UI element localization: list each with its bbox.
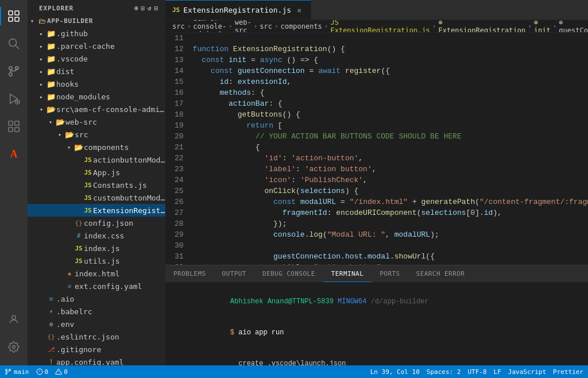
panel-tab-problems[interactable]: PROBLEMS — [165, 265, 214, 282]
svg-point-20 — [6, 373, 7, 375]
status-errors[interactable]: 0 — [36, 368, 49, 376]
svg-point-4 — [9, 39, 17, 47]
status-spaces[interactable]: Spaces: 2 — [427, 368, 461, 376]
activity-source-control[interactable] — [0, 57, 28, 85]
activity-run[interactable] — [0, 85, 28, 113]
js-icon-extensionreg: JS — [83, 207, 93, 214]
term-create-line: create .vscode\launch.json — [172, 348, 581, 365]
status-encoding[interactable]: UTF-8 — [467, 368, 486, 376]
panel-tab-debug[interactable]: DEBUG CONSOLE — [254, 265, 323, 282]
tree-item-node-modules[interactable]: ▸ 📁 node_modules — [28, 90, 165, 103]
status-warnings[interactable]: 0 — [55, 368, 68, 376]
tree-item-app-config[interactable]: ▸ ! app.config.yaml — [28, 356, 165, 365]
expand-arrow-dist: ▸ — [37, 68, 46, 75]
code-line-11 — [191, 33, 588, 44]
status-position[interactable]: Ln 39, Col 10 — [370, 368, 420, 376]
js-icon-utils: JS — [74, 257, 84, 265]
tree-item-utils[interactable]: ▸ JS utils.js — [28, 254, 165, 267]
panel-tab-terminal[interactable]: TERMINAL — [323, 265, 372, 282]
tree-item-index-js[interactable]: ▸ JS index.js — [28, 242, 165, 254]
status-branch[interactable]: main — [5, 368, 29, 376]
tree-item-github[interactable]: ▸ 📁 .github — [28, 27, 165, 40]
tree-root-appbuilder[interactable]: ▾ 🗁 APP-BUILDER — [28, 14, 165, 27]
tree-item-components[interactable]: ▾ 📂 components — [28, 141, 165, 153]
folder-icon-vscode: 📁 — [46, 55, 56, 63]
tree-label-config: config.json — [84, 219, 165, 227]
collapse-icon[interactable]: ⊟ — [154, 5, 158, 12]
tree-item-config-json[interactable]: ▸ {} config.json — [28, 217, 165, 229]
refresh-icon[interactable]: ↺ — [148, 5, 152, 12]
tree-item-actionbuttonmodal[interactable]: ▸ JS actionbuttonModal.js — [28, 153, 165, 166]
tree-item-index-html[interactable]: ▸ ◈ index.html — [28, 267, 165, 280]
status-formatter[interactable]: Prettier — [553, 368, 583, 376]
sidebar: Explorer ⊕ ⊡ ↺ ⊟ ▾ 🗁 APP-BUILDER — [28, 0, 165, 365]
sidebar-tree: ▾ 🗁 APP-BUILDER ▸ 📁 .github ▸ 📁 .parcel — [28, 14, 165, 365]
tree-item-src-aem[interactable]: ▾ 📂 src\aem-cf-console-admin-1 — [28, 103, 165, 115]
tree-label-env: .env — [56, 320, 165, 329]
code-line-26: const modalURL = "/index.html" + generat… — [191, 196, 588, 207]
tree-item-dist[interactable]: ▸ 📁 dist — [28, 65, 165, 78]
tree-item-vscode[interactable]: ▸ 📁 .vscode — [28, 52, 165, 65]
tree-label-web-src: web-src — [65, 118, 165, 126]
status-eol[interactable]: LF — [494, 368, 501, 376]
svg-rect-13 — [9, 121, 13, 125]
tree-item-web-src[interactable]: ▾ 📂 web-src — [28, 115, 165, 128]
activity-search[interactable] — [0, 30, 28, 57]
code-line-13: const init = async () => { — [191, 55, 588, 65]
panel-tab-search-error[interactable]: SEARCH ERROR — [408, 265, 473, 282]
new-file-icon[interactable]: ⊕ — [134, 5, 139, 12]
tree-item-src[interactable]: ▾ 📂 src — [28, 128, 165, 141]
activity-extensions[interactable] — [0, 113, 28, 140]
tabs-bar: JS ExtensionRegistration.js × — [165, 0, 588, 20]
panel-tab-ports[interactable]: PORTS — [372, 265, 408, 282]
tree-item-babelrc[interactable]: ▸ ⚡ .babelrc — [28, 305, 165, 318]
expand-arrow-comp: ▾ — [64, 144, 74, 151]
terminal-content[interactable]: Abhishek Anand@TTNPL-5839 MINGW64 /d/app… — [165, 283, 588, 365]
tree-item-aio[interactable]: ▸ ≡ .aio — [28, 292, 165, 305]
tree-item-app[interactable]: ▸ JS App.js — [28, 166, 165, 179]
code-line-16: methods: { — [191, 87, 588, 98]
folder-icon-dist: 📁 — [46, 67, 56, 76]
code-line-27: fragmentId: encodeURIComponent(selection… — [191, 207, 588, 218]
svg-point-18 — [13, 346, 16, 349]
expand-arrow-hooks: ▸ — [37, 81, 46, 87]
expand-arrow: ▾ — [28, 18, 37, 24]
panel-tab-output[interactable]: OUTPUT — [214, 265, 254, 282]
tree-item-index-css[interactable]: ▸ # index.css — [28, 229, 165, 242]
tree-root-label: APP-BUILDER — [47, 17, 165, 25]
bc-init: ⊕ init — [534, 20, 551, 33]
tree-label-gitignore: .gitignore — [56, 345, 165, 354]
term-user-line: Abhishek Anand@TTNPL-5839 MINGW64 /d/app… — [172, 286, 581, 317]
code-editor[interactable]: 11 12 13 14 15 16 17 18 19 20 21 22 23 2… — [165, 33, 588, 265]
tree-label-parcel: .parcel-cache — [56, 42, 165, 51]
status-language[interactable]: JavaScript — [508, 368, 546, 376]
tree-item-eslintrc[interactable]: ▸ {} .eslintrc.json — [28, 330, 165, 343]
activity-adobe[interactable]: A — [0, 140, 28, 168]
folder-icon-web-src: 📂 — [55, 118, 65, 126]
activity-bar: A — [0, 0, 28, 365]
tree-item-gitignore[interactable]: ▸ ⎇ .gitignore — [28, 343, 165, 356]
tree-label-index-js: index.js — [84, 244, 165, 253]
tree-item-hooks[interactable]: ▸ 📁 hooks — [28, 78, 165, 90]
bc-components: components — [281, 22, 322, 30]
tree-item-env[interactable]: ▸ ⚙ .env — [28, 318, 165, 330]
tree-item-extensionreg[interactable]: ▸ JS ExtensionRegistration.js — [28, 204, 165, 217]
activity-account[interactable] — [0, 306, 28, 333]
tree-item-custombuttonmodal[interactable]: ▸ JS custombuttonModal.js — [28, 191, 165, 204]
folder-icon-node: 📁 — [46, 92, 56, 101]
tab-extensionreg[interactable]: JS ExtensionRegistration.js × — [165, 0, 311, 20]
svg-rect-16 — [15, 128, 19, 132]
tab-close-button[interactable]: × — [295, 6, 304, 15]
tree-label-utils: utils.js — [84, 257, 165, 265]
tree-item-constants[interactable]: ▸ JS Constants.js — [28, 179, 165, 191]
activity-explorer[interactable] — [0, 2, 28, 30]
activity-settings[interactable] — [0, 333, 28, 361]
tree-item-ext-config[interactable]: ▸ ≡ ext.config.yaml — [28, 280, 165, 292]
new-folder-icon[interactable]: ⊡ — [141, 5, 145, 12]
code-line-17: actionBar: { — [191, 98, 588, 109]
js-icon-constants: JS — [83, 182, 93, 189]
folder-icon-hooks: 📁 — [46, 80, 56, 88]
svg-rect-2 — [9, 17, 13, 21]
svg-point-6 — [9, 67, 13, 70]
tree-item-parcel-cache[interactable]: ▸ 📁 .parcel-cache — [28, 40, 165, 52]
